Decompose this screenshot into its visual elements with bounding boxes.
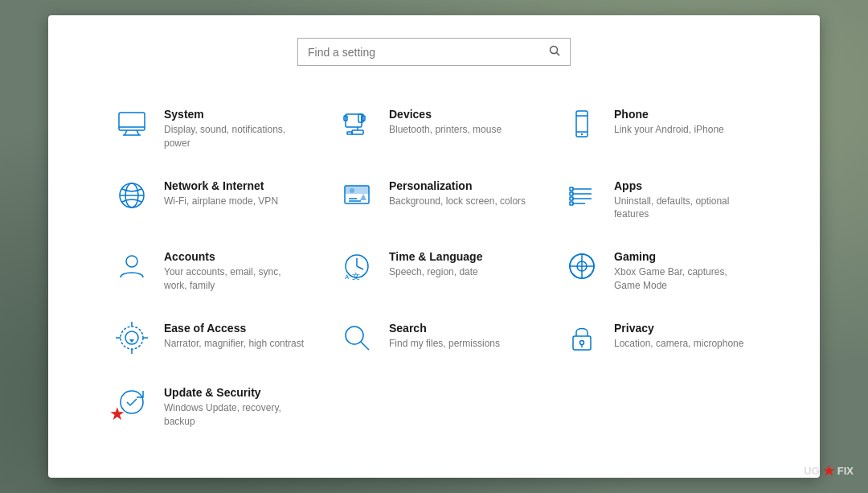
search-desc: Find my files, permissions <box>389 337 500 351</box>
personalization-desc: Background, lock screen, colors <box>389 195 526 208</box>
svg-rect-22 <box>345 186 369 194</box>
gaming-text: Gaming Xbox Game Bar, captures, Game Mod… <box>614 247 755 293</box>
svg-line-4 <box>137 130 139 135</box>
setting-item-devices[interactable]: Devices Bluetooth, printers, mouse <box>321 92 547 163</box>
network-desc: Wi-Fi, airplane mode, VPN <box>164 195 278 208</box>
system-desc: Display, sound, notifications, power <box>164 123 305 150</box>
phone-icon <box>563 105 601 143</box>
phone-desc: Link your Android, iPhone <box>614 123 724 137</box>
accounts-desc: Your accounts, email, sync, work, family <box>164 265 305 293</box>
ease-desc: Narrator, magnifier, high contrast <box>164 337 304 351</box>
svg-rect-7 <box>346 114 362 127</box>
accounts-text: Accounts Your accounts, email, sync, wor… <box>164 247 305 293</box>
personalization-title: Personalization <box>389 179 526 192</box>
svg-point-45 <box>121 327 143 349</box>
svg-rect-31 <box>570 192 573 195</box>
setting-item-time[interactable]: A 文 Time & Language Speech, region, date <box>321 234 547 306</box>
svg-rect-11 <box>352 130 363 134</box>
svg-rect-53 <box>573 336 591 350</box>
update-title: Update & Security <box>164 386 305 399</box>
svg-line-52 <box>361 342 369 350</box>
update-star-decoration: ★ <box>109 404 125 425</box>
apps-title: Apps <box>614 179 755 192</box>
network-text: Network & Internet Wi-Fi, airplane mode,… <box>164 176 278 208</box>
setting-item-network[interactable]: Network & Internet Wi-Fi, airplane mode,… <box>96 163 321 235</box>
search-title: Search <box>389 322 500 335</box>
phone-title: Phone <box>614 108 724 121</box>
svg-line-3 <box>125 130 127 135</box>
setting-item-privacy[interactable]: Privacy Location, camera, microphone <box>547 306 772 370</box>
network-icon <box>113 176 151 215</box>
apps-icon <box>563 176 601 215</box>
svg-rect-13 <box>347 132 352 134</box>
time-desc: Speech, region, date <box>389 265 482 279</box>
svg-rect-14 <box>576 111 588 137</box>
watermark: UG ★ FIX <box>804 463 854 479</box>
svg-point-17 <box>581 134 583 135</box>
settings-grid: System Display, sound, notifications, po… <box>96 92 772 441</box>
devices-title: Devices <box>389 108 502 121</box>
search-setting-icon <box>338 318 376 357</box>
watermark-fix: FIX <box>837 465 854 477</box>
svg-line-37 <box>357 266 363 269</box>
svg-rect-32 <box>570 197 573 200</box>
devices-desc: Bluetooth, printers, mouse <box>389 123 502 137</box>
personalization-text: Personalization Background, lock screen,… <box>389 176 526 208</box>
setting-item-ease[interactable]: Ease of Access Narrator, magnifier, high… <box>96 306 321 370</box>
devices-icon <box>338 105 376 143</box>
personalization-icon <box>338 176 376 215</box>
search-icon <box>549 45 560 59</box>
system-title: System <box>164 108 305 121</box>
svg-point-54 <box>580 340 584 344</box>
network-title: Network & Internet <box>164 179 278 192</box>
setting-item-gaming[interactable]: Gaming Xbox Game Bar, captures, Game Mod… <box>547 234 772 306</box>
ease-title: Ease of Access <box>164 322 304 335</box>
setting-item-apps[interactable]: Apps Uninstall, defaults, optional featu… <box>547 163 772 235</box>
system-text: System Display, sound, notifications, po… <box>164 105 305 150</box>
apps-desc: Uninstall, defaults, optional features <box>614 195 755 222</box>
ease-text: Ease of Access Narrator, magnifier, high… <box>164 318 304 351</box>
svg-rect-33 <box>570 202 573 205</box>
svg-line-1 <box>557 53 560 56</box>
search-text: Search Find my files, permissions <box>389 318 500 351</box>
update-desc: Windows Update, recovery, backup <box>164 401 305 429</box>
time-icon: A 文 <box>338 247 376 286</box>
gaming-icon <box>563 247 601 286</box>
search-input[interactable] <box>308 46 549 59</box>
svg-point-51 <box>346 327 363 344</box>
setting-item-personalization[interactable]: Personalization Background, lock screen,… <box>321 163 547 235</box>
gaming-title: Gaming <box>614 250 755 263</box>
setting-item-phone[interactable]: Phone Link your Android, iPhone <box>547 92 772 163</box>
settings-window: System Display, sound, notifications, po… <box>48 15 820 478</box>
ease-icon <box>113 318 151 357</box>
privacy-text: Privacy Location, camera, microphone <box>614 318 743 351</box>
time-text: Time & Language Speech, region, date <box>389 247 482 279</box>
phone-text: Phone Link your Android, iPhone <box>614 105 724 137</box>
gaming-desc: Xbox Game Bar, captures, Game Mode <box>614 265 755 293</box>
watermark-ug: UG <box>804 465 820 477</box>
svg-point-25 <box>350 188 354 193</box>
svg-point-0 <box>551 47 558 54</box>
watermark-star: ★ <box>823 463 834 479</box>
setting-item-update[interactable]: ★ Update & Security Windows Update, reco… <box>96 370 321 442</box>
setting-item-accounts[interactable]: Accounts Your accounts, email, sync, wor… <box>96 234 321 306</box>
setting-item-system[interactable]: System Display, sound, notifications, po… <box>96 92 321 163</box>
privacy-icon <box>563 318 601 357</box>
update-icon: ★ <box>113 383 151 421</box>
update-text: Update & Security Windows Update, recove… <box>164 383 305 429</box>
accounts-icon <box>113 247 151 286</box>
devices-text: Devices Bluetooth, printers, mouse <box>389 105 502 137</box>
svg-text:A: A <box>345 273 350 281</box>
search-bar-container[interactable] <box>297 38 571 66</box>
apps-text: Apps Uninstall, defaults, optional featu… <box>614 176 755 222</box>
svg-text:文: 文 <box>352 272 360 281</box>
time-title: Time & Language <box>389 250 482 263</box>
system-icon <box>113 105 151 143</box>
accounts-title: Accounts <box>164 250 305 263</box>
privacy-title: Privacy <box>614 322 743 335</box>
svg-rect-30 <box>570 187 573 191</box>
privacy-desc: Location, camera, microphone <box>614 337 743 351</box>
setting-item-search[interactable]: Search Find my files, permissions <box>321 306 547 370</box>
svg-point-34 <box>126 256 137 267</box>
